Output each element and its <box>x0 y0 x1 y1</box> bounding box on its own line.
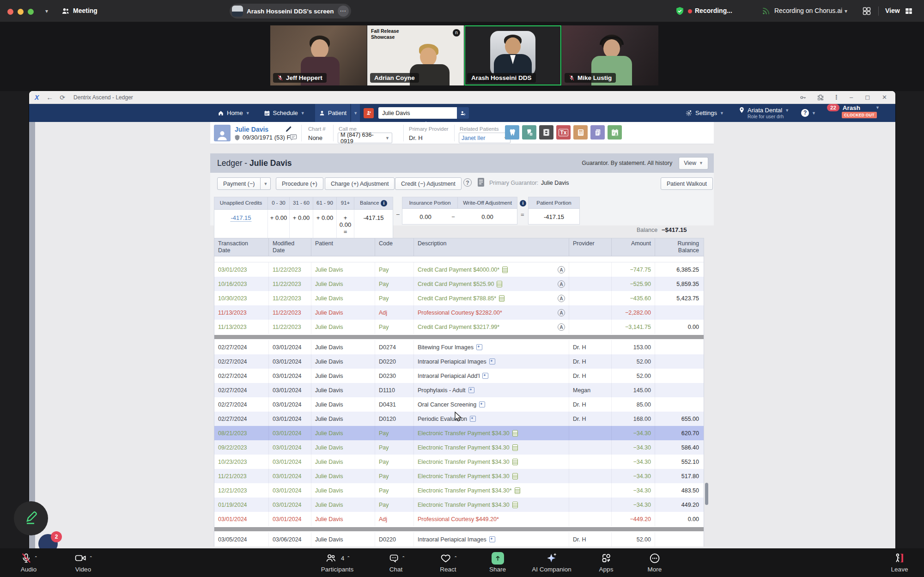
table-row[interactable]: 01/19/202403/01/2024Julie DavisPayElectr… <box>214 498 704 512</box>
column-header[interactable]: TransactionDate <box>214 238 269 256</box>
chevron-up-icon[interactable]: ˆ <box>90 555 92 561</box>
nav-patient-chevron[interactable]: ▼ <box>351 104 360 122</box>
ledger-button[interactable] <box>573 125 588 140</box>
column-header[interactable]: Description <box>414 238 569 256</box>
payment-dropdown-button[interactable]: ▼ <box>261 177 271 190</box>
window-minimize-button[interactable]: – <box>850 94 853 101</box>
note-icon[interactable] <box>499 295 505 302</box>
image-attachment-icon[interactable] <box>470 416 476 422</box>
table-row[interactable]: 02/27/202403/01/2024Julie DavisD0230Intr… <box>214 369 704 383</box>
patient-search-input[interactable]: Julie Davis <box>378 107 457 119</box>
chevron-up-icon[interactable]: ˆ <box>347 555 349 561</box>
browser-menu-icon[interactable]: ⋮ <box>833 94 839 101</box>
table-row[interactable]: 03/05/202403/06/2024Julie DavisD0220Intr… <box>214 532 704 547</box>
video-tile-jeff[interactable]: Jeff Heppert <box>270 25 367 85</box>
image-attachment-icon[interactable] <box>489 358 495 364</box>
gallery-grid-icon[interactable] <box>862 6 871 16</box>
chat-button[interactable]: ˆChat <box>388 552 404 573</box>
note-icon[interactable] <box>512 444 518 451</box>
video-tile-arash[interactable]: Arash Hosseini DDS <box>464 25 561 85</box>
nav-user[interactable]: 22 Arash ▼ CLOCKED OUT <box>823 104 883 122</box>
new-patient-icon-button[interactable] <box>364 108 374 118</box>
note-icon[interactable] <box>502 267 508 273</box>
image-attachment-icon[interactable] <box>482 373 488 379</box>
related-dropdown[interactable]: Janet Iler▼ <box>459 133 511 143</box>
ledger-view-button[interactable]: View▼ <box>679 157 708 170</box>
patient-walkout-button[interactable]: Patient Walkout <box>661 177 713 190</box>
table-row[interactable]: 02/27/202403/01/2024Julie DavisD0431Oral… <box>214 397 704 412</box>
nav-location[interactable]: Ariata Dental▼ Role for user drh <box>735 104 793 122</box>
info-icon[interactable]: i <box>520 200 526 207</box>
nav-home[interactable]: Home▼ <box>214 104 254 122</box>
shared-screen-pill[interactable]: Arash Hosseini DDS's screen ⋯ <box>230 4 351 18</box>
perio-chart-button[interactable] <box>522 125 536 140</box>
table-row[interactable]: 03/01/202403/01/2024Julie DavisAdjProfes… <box>214 512 704 526</box>
table-row[interactable]: 11/13/202311/22/2023Julie DavisPayCredit… <box>214 320 704 334</box>
table-row[interactable]: 02/27/202403/01/2024Julie DavisD1110Prop… <box>214 383 704 397</box>
column-header[interactable]: Patient <box>311 238 375 256</box>
minimize-window-button[interactable] <box>18 9 24 15</box>
comment-icon[interactable] <box>290 134 297 141</box>
advanced-search-button[interactable] <box>457 107 469 119</box>
note-icon[interactable] <box>512 473 518 480</box>
image-attachment-icon[interactable] <box>479 401 485 407</box>
table-row[interactable]: 03/01/202311/22/2023Julie DavisPayCredit… <box>214 262 704 277</box>
window-close-button[interactable]: ✕ <box>882 94 887 101</box>
nav-help[interactable]: ? ▼ <box>797 104 820 122</box>
table-row[interactable]: 10/23/202303/01/2024Julie DavisPayElectr… <box>214 455 704 469</box>
applied-badge-icon[interactable]: A <box>558 309 565 316</box>
collapse-chevron-icon[interactable]: ▾ <box>45 8 48 14</box>
back-icon[interactable]: ← <box>46 93 53 101</box>
reload-icon[interactable]: ⟳ <box>60 94 65 101</box>
close-window-button[interactable] <box>7 9 13 15</box>
image-attachment-icon[interactable] <box>489 536 495 542</box>
security-shield-icon[interactable] <box>675 6 685 16</box>
nav-schedule[interactable]: Schedule▼ <box>260 104 309 122</box>
participants-button[interactable]: 4ˆParticipants <box>321 552 354 573</box>
view-button[interactable]: View <box>885 7 900 14</box>
share-button[interactable]: Share <box>489 552 506 573</box>
chevron-up-icon[interactable]: ˆ <box>402 555 404 561</box>
column-header[interactable]: Provider <box>569 238 612 256</box>
tooth-chart-button[interactable] <box>505 125 519 140</box>
applied-badge-icon[interactable]: A <box>558 280 565 288</box>
video-tile-adrian[interactable]: Fall ReleaseShowcase n Adrian Coyne <box>367 25 464 85</box>
table-row[interactable]: 12/21/202303/01/2024Julie DavisPayElectr… <box>214 483 704 498</box>
charge-adjustment-button[interactable]: Charge (+) Adjustment <box>325 177 395 190</box>
table-scrollbar-thumb[interactable] <box>705 483 708 505</box>
table-row[interactable]: 10/30/202311/22/2023Julie DavisPayCredit… <box>214 291 704 305</box>
ai-companion-button[interactable]: AI Companion <box>532 552 571 573</box>
recording-service-chevron-icon[interactable]: ▾ <box>845 8 847 14</box>
chevron-up-icon[interactable]: ˆ <box>455 555 456 561</box>
audio-button[interactable]: ˆAudio <box>21 552 37 573</box>
edit-pencil-icon[interactable] <box>285 126 292 133</box>
extensions-puzzle-icon[interactable] <box>817 94 824 101</box>
nav-patient[interactable]: Patient <box>315 104 350 122</box>
table-row[interactable]: 11/21/202303/01/2024Julie DavisPayElectr… <box>214 469 704 483</box>
annotate-button[interactable] <box>14 501 48 535</box>
image-attachment-icon[interactable] <box>468 387 474 393</box>
column-header[interactable]: ModifiedDate <box>269 238 311 256</box>
applied-badge-icon[interactable]: A <box>558 295 565 302</box>
appointments-button[interactable] <box>608 125 622 140</box>
video-button[interactable]: ˆVideo <box>75 552 92 573</box>
pill-ellipsis-button[interactable]: ⋯ <box>338 6 349 17</box>
key-icon[interactable] <box>799 94 807 101</box>
treatment-button[interactable]: Tx <box>556 125 571 140</box>
window-maximize-button[interactable]: ◻ <box>865 94 870 101</box>
column-header[interactable]: Amount <box>612 238 655 256</box>
react-button[interactable]: ˆReact <box>440 552 456 573</box>
apps-button[interactable]: Apps <box>599 552 614 573</box>
video-tile-mike[interactable]: Mike Lustig <box>562 25 658 85</box>
table-row[interactable]: 02/27/202403/01/2024Julie DavisD0274Bite… <box>214 340 704 354</box>
credit-adjustment-button[interactable]: Credit (−) Adjustment <box>395 177 462 190</box>
imaging-button[interactable] <box>539 125 553 140</box>
patient-avatar[interactable] <box>214 125 231 141</box>
image-attachment-icon[interactable] <box>476 344 482 350</box>
note-icon[interactable] <box>515 487 520 494</box>
note-icon[interactable] <box>512 502 518 508</box>
applied-badge-icon[interactable]: A <box>558 323 565 331</box>
documents-button[interactable] <box>590 125 605 140</box>
note-icon[interactable] <box>497 281 502 287</box>
callme-dropdown[interactable]: M (847) 636-0919▼ <box>338 133 392 143</box>
